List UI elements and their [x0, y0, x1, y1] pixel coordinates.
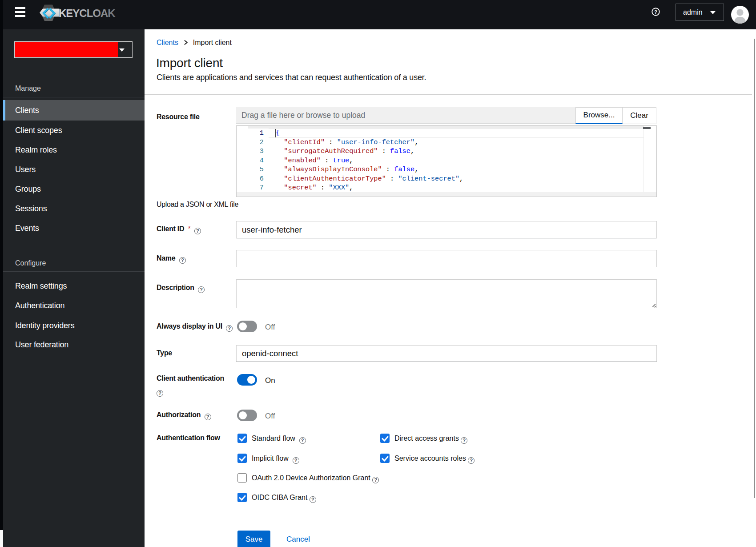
svg-text:?: ? — [654, 9, 657, 15]
svg-text:KEYCLOAK: KEYCLOAK — [59, 7, 116, 19]
